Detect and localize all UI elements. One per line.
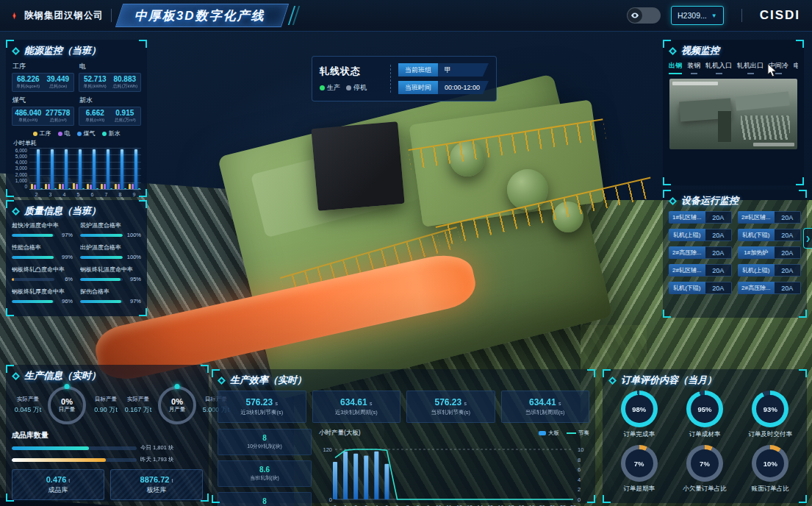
energy-value: 68.226 xyxy=(15,75,42,83)
dashboard-root: { "header": { "company": "陕钢集团汉钢公司", "ti… xyxy=(0,0,812,506)
equipment-cell: 2#轧区辅... 20A xyxy=(669,264,732,277)
energy-chart: 6,0005,0004,0003,0002,0001,0000 23456789 xyxy=(12,148,141,190)
legend-swatch xyxy=(77,132,82,136)
hourly-chart-title: 小时产量(大板) xyxy=(319,429,361,438)
monthly-output-ring: 0% 月产量 xyxy=(158,386,196,424)
order-gauge-label: 小欠量订单占比 xyxy=(683,485,727,493)
quality-item-pct: 97% xyxy=(57,232,73,238)
shift-time-badge: 当班时间 00:00-12:00 xyxy=(398,81,489,94)
equipment-current-value: 20A xyxy=(705,246,732,259)
quality-item: 探伤合格率 97% xyxy=(80,288,141,304)
equipment-row: 2#轧区辅... 20A 轧机(上辊) 20A xyxy=(669,264,801,277)
energy-group-name: 工序 xyxy=(12,62,74,71)
quality-item-pct: 99% xyxy=(57,254,73,260)
video-tabs: 出钢 装钢 轧机入口 轧机出口 中间冷 电动热 xyxy=(669,61,798,74)
daily-ring-label: 日产量 xyxy=(59,406,76,413)
quality-item: 出炉温度合格率 100% xyxy=(80,243,141,260)
quality-item-pct: 100% xyxy=(125,254,141,260)
equipment-cell: 1#加热炉 20A xyxy=(738,246,801,259)
equipment-label: 2#高压除... xyxy=(669,246,705,259)
svg-text:4: 4 xyxy=(578,477,581,483)
equipment-panel-title: 设备运行监控 xyxy=(669,194,801,207)
order-gauge-ring: 7% xyxy=(621,445,658,482)
camera-select-dropdown[interactable]: H2309... ▼ xyxy=(671,6,724,25)
svg-text:2: 2 xyxy=(578,486,581,493)
legend-swatch xyxy=(33,132,37,136)
efficiency-stat-label: 当班轧制节奏(s) xyxy=(431,409,470,416)
line-status-legend: 生产 停机 xyxy=(320,83,383,93)
equipment-cell: 2#轧区辅... 20A xyxy=(738,211,801,224)
video-tab[interactable]: 轧机出口 xyxy=(737,61,764,74)
efficiency-panel-title: 生产效率（实时） xyxy=(218,374,589,387)
order-gauge-label: 订单成材率 xyxy=(689,430,721,439)
feed-roller-line xyxy=(741,115,789,140)
equipment-label: 轧机(下辊) xyxy=(738,229,775,241)
diamond-icon xyxy=(669,197,677,205)
energy-chart-yaxis: 6,0005,0004,0003,0002,0001,0000 xyxy=(12,148,29,189)
production-panel-title: 生产信息（实时） xyxy=(12,369,203,382)
equipment-rows: 1#轧区辅... 20A 2#轧区辅... 20A 轧机(上辊) 20A xyxy=(669,211,801,294)
equipment-cell: 2#高压除... 20A xyxy=(738,282,801,294)
quality-item: 超快冷温度命中率 97% xyxy=(12,221,73,238)
quality-progress-fill xyxy=(12,278,14,281)
order-gauge-ring: 10% xyxy=(752,445,788,482)
quality-progress-track xyxy=(80,234,123,237)
video-tab[interactable]: 电动热 xyxy=(794,61,798,74)
svg-text:0: 0 xyxy=(578,496,581,503)
quality-progress-fill xyxy=(80,300,121,303)
legend-label: 电 xyxy=(65,129,71,138)
monthly-ring-label: 月产量 xyxy=(169,406,186,413)
efficiency-stat-label: 近3块轧制节奏(s) xyxy=(240,409,283,416)
legend-item: 工序 xyxy=(33,129,51,138)
energy-group: 电 52.713 单耗(kWh/t) 80.883 总耗(万kWh) xyxy=(79,61,141,92)
quality-item: 钢板终轧厚度命中率 96% xyxy=(12,288,73,304)
quality-item: 钢板终轧温度命中率 95% xyxy=(80,266,141,282)
diamond-icon xyxy=(669,47,677,55)
equipment-cell: 轧机(下辊) 20A xyxy=(738,229,801,241)
panel-collapse-handle[interactable]: ❯ xyxy=(803,228,812,249)
feed-machinery xyxy=(736,91,791,111)
energy-value: 80.883 xyxy=(112,75,139,83)
daily-output-group: 实际产量0.045 万t 0% 日产量 目标产量0.90 万t xyxy=(12,386,122,424)
equipment-current-value: 20A xyxy=(705,211,732,224)
energy-value: 39.449 xyxy=(45,75,72,83)
video-tab[interactable]: 装钢 xyxy=(687,61,700,74)
equipment-monitor-panel: 设备运行监控 1#轧区辅... 20A 2#轧区辅... 20A xyxy=(663,190,807,318)
equipment-label: 2#高压除... xyxy=(738,282,775,294)
stock-section-title: 成品库数量 xyxy=(12,430,203,441)
line-status-title: 轧线状态 xyxy=(320,65,383,78)
badge-value: 甲 xyxy=(438,63,489,76)
legend-item: 电 xyxy=(58,129,71,138)
efficiency-panel: 生产效率（实时） 576.23 s 近3块轧制节奏(s) 634.61 s 近3… xyxy=(212,369,595,503)
diamond-icon xyxy=(12,47,20,55)
cctv-video-feed[interactable] xyxy=(669,79,797,149)
order-gauge-pct: 93% xyxy=(764,405,777,413)
efficiency-stats: 576.23 s 近3块轧制节奏(s) 634.61 s 近3块轧制周期(s) … xyxy=(218,391,589,423)
stock-bar-today: 今日 1,801 块 xyxy=(12,444,203,452)
order-gauge-pct: 10% xyxy=(764,460,777,468)
video-tab[interactable]: 轧机入口 xyxy=(705,61,732,74)
quality-progress-track xyxy=(80,256,123,259)
hourly-output-chart: 小时产量(大板) 大板 节奏 xyxy=(319,429,589,506)
efficiency-stat-card: 634.41 s 当班轧制周期(s) xyxy=(501,391,590,423)
mouse-cursor-icon xyxy=(767,63,777,78)
stock-bar-today-label: 今日 1,801 块 xyxy=(140,444,173,452)
quality-item: 性能合格率 99% xyxy=(12,243,73,260)
daily-target-value: 0.90 万t xyxy=(90,405,122,415)
energy-unit: 总耗(tce) xyxy=(46,83,71,89)
energy-unit: 总耗(m³) xyxy=(46,117,71,123)
hourly-chart-legend: 大板 节奏 xyxy=(539,430,589,437)
quality-items: 超快冷温度命中率 97% 装炉温度合格率 100% 性能合格率 xyxy=(12,221,141,304)
equipment-current-value: 20A xyxy=(775,229,801,241)
line-status-panel: 轧线状态 生产 停机 当前班组 甲 当班时间 00:00-12:00 xyxy=(312,56,497,101)
visibility-toggle[interactable] xyxy=(627,7,661,24)
slab-stock-box: 8876.72 t 板坯库 xyxy=(110,469,203,500)
stock-bar-yesterday: 昨天 1,793 块 xyxy=(12,456,203,463)
finished-stock-label: 成品库 xyxy=(48,485,68,495)
legend-swatch xyxy=(539,431,546,435)
video-tab[interactable]: 出钢 xyxy=(669,61,682,74)
quality-item-label: 钢板终轧厚度命中率 xyxy=(12,288,73,296)
quality-progress-fill xyxy=(80,278,121,281)
energy-group-name: 电 xyxy=(79,62,141,71)
quality-item-pct: 97% xyxy=(125,298,141,304)
